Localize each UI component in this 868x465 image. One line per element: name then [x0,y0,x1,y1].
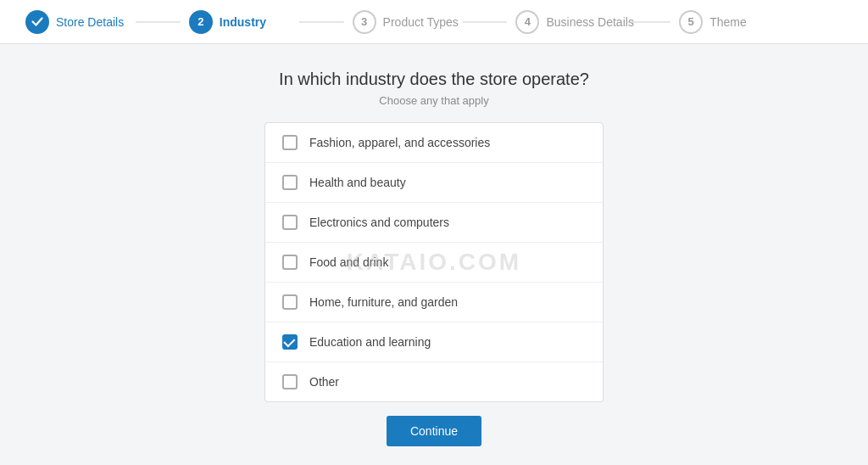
checkbox-food[interactable] [282,255,298,270]
option-label-education: Education and learning [309,335,431,349]
question-title: In which industry does the store operate… [279,70,589,89]
step-circle-store-details [25,10,49,34]
step-label-store-details: Store Details [56,15,124,29]
step-industry[interactable]: 2 Industry [189,10,353,34]
step-product-types[interactable]: 3 Product Types [353,10,516,34]
continue-row: Continue [387,416,481,446]
checkbox-health[interactable] [282,175,298,190]
option-label-fashion: Fashion, apparel, and accessories [309,136,490,149]
option-other[interactable]: Other [265,362,603,401]
step-circle-theme: 5 [679,10,703,34]
checkbox-electronics[interactable] [282,215,298,230]
step-label-industry: Industry [220,15,266,29]
continue-button[interactable]: Continue [387,416,481,446]
checkbox-fashion[interactable] [282,135,298,150]
step-label-theme: Theme [709,15,747,29]
step-circle-business-details: 4 [515,10,539,34]
step-business-details[interactable]: 4 Business Details [515,10,679,34]
checkbox-education[interactable] [282,334,298,350]
option-education[interactable]: Education and learning [265,322,603,362]
step-theme[interactable]: 5 Theme [679,10,843,34]
checkbox-home[interactable] [282,294,298,310]
main-content: In which industry does the store operate… [0,44,868,446]
option-health[interactable]: Health and beauty [265,163,603,203]
options-card: Fashion, apparel, and accessories Health… [264,122,604,402]
step-circle-product-types: 3 [353,10,376,34]
option-home[interactable]: Home, furniture, and garden [265,283,603,322]
options-card-wrapper: Fashion, apparel, and accessories Health… [264,122,604,402]
step-label-business-details: Business Details [546,15,634,29]
option-food[interactable]: Food and drink [265,243,603,283]
checkbox-other[interactable] [282,374,298,389]
option-label-home: Home, furniture, and garden [309,295,458,309]
step-store-details[interactable]: Store Details [25,10,189,34]
option-label-food: Food and drink [309,255,388,269]
question-subtitle: Choose any that apply [379,94,488,107]
option-label-other: Other [309,375,339,389]
step-circle-industry: 2 [189,10,213,34]
option-electronics[interactable]: Electronics and computers [265,203,603,243]
stepper: Store Details 2 Industry 3 Product Types… [0,0,868,44]
option-label-electronics: Electronics and computers [309,216,449,229]
option-fashion[interactable]: Fashion, apparel, and accessories [265,123,603,163]
option-label-health: Health and beauty [309,176,406,189]
step-label-product-types: Product Types [383,15,459,29]
